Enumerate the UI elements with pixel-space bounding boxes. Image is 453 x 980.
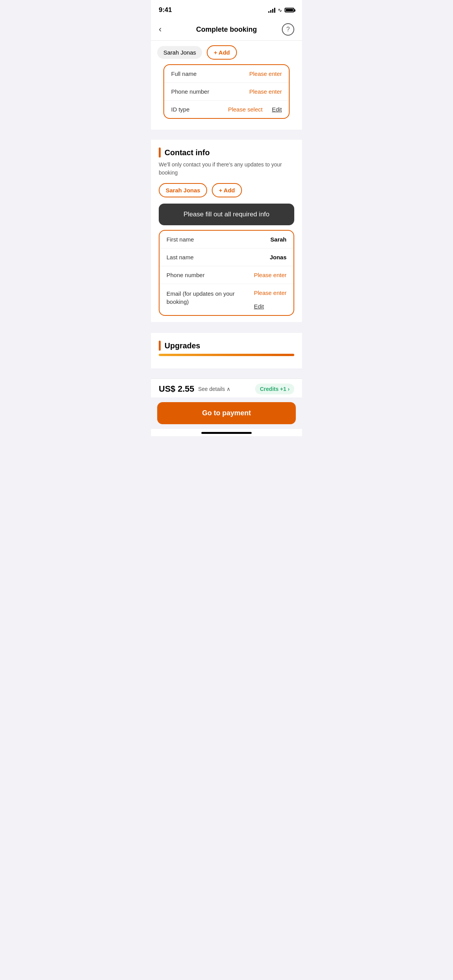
email-value[interactable]: Please enter [254,290,287,296]
signal-icon [268,7,275,13]
first-name-row: First name Sarah [160,231,293,248]
email-label: Email (for updates on your booking) [166,290,236,306]
price-amount: US$ 2.55 [159,384,194,394]
passenger-tab-sarah[interactable]: Sarah Jonas [157,46,202,59]
id-type-row: ID type Please select Edit [164,101,289,118]
id-type-edit[interactable]: Edit [272,106,282,113]
phone-value[interactable]: Please enter [249,88,282,95]
email-row: Email (for updates on your booking) Plea… [160,284,293,315]
upgrades-section-header: Upgrades [159,341,294,351]
last-name-value[interactable]: Jonas [270,254,287,260]
see-details-button[interactable]: See details ∧ [198,386,230,392]
passenger-tab-add[interactable]: + Add [207,45,237,60]
contact-phone-label: Phone number [166,272,204,278]
upgrades-section: Upgrades [151,333,302,368]
wifi-icon: ∿ [278,7,282,13]
toast-message: Please fill out all required info [159,204,294,225]
passenger-tab-row: Sarah Jonas + Add [157,45,296,64]
contact-info-section: Contact info We'll only contact you if t… [151,140,302,322]
upgrades-banner [159,354,294,356]
chevron-up-icon: ∧ [226,386,230,392]
id-type-value[interactable]: Please select [228,106,263,113]
first-name-value[interactable]: Sarah [270,236,287,243]
page-title: Complete booking [196,26,257,34]
full-name-value[interactable]: Please enter [249,70,282,77]
contact-section-title: Contact info [165,148,210,157]
section-divider-1 [151,133,302,137]
contact-edit[interactable]: Edit [254,303,264,310]
contact-phone-row: Phone number Please enter [160,266,293,284]
go-to-payment-button[interactable]: Go to payment [157,402,296,424]
contact-tab-area: Sarah Jonas + Add Please fill out all re… [159,183,294,225]
full-name-label: Full name [171,70,197,77]
status-bar: 9:41 ∿ [151,0,302,19]
last-name-row: Last name Jonas [160,248,293,266]
first-name-label: First name [166,236,194,243]
contact-tab-row: Sarah Jonas + Add [159,183,294,204]
section-divider-3 [151,372,302,375]
battery-icon [285,8,294,12]
last-name-label: Last name [166,254,194,260]
passenger-card: Full name Please enter Phone number Plea… [163,64,290,119]
price-area: US$ 2.55 See details ∧ [159,384,230,394]
help-button[interactable]: ? [282,23,294,36]
bottom-price-bar: US$ 2.55 See details ∧ Credits +1 › [151,379,302,397]
home-indicator [151,429,302,436]
contact-section-subtitle: We'll only contact you if there's any up… [159,161,294,177]
upgrades-accent [159,341,161,351]
header: ‹ Complete booking ? [151,19,302,41]
contact-tab-add[interactable]: + Add [212,183,242,197]
credits-chevron-icon: › [288,386,290,392]
contact-section-header: Contact info [159,147,294,158]
upgrades-title: Upgrades [165,341,200,350]
phone-label: Phone number [171,88,209,95]
section-divider-2 [151,325,302,329]
phone-row: Phone number Please enter [164,83,289,101]
contact-phone-value[interactable]: Please enter [254,272,287,278]
status-icons: ∿ [268,7,294,13]
status-time: 9:41 [159,6,172,14]
home-bar [201,432,252,434]
credits-button[interactable]: Credits +1 › [255,384,294,394]
contact-tab-sarah[interactable]: Sarah Jonas [159,183,207,197]
contact-form-card: First name Sarah Last name Jonas Phone n… [159,230,294,316]
id-type-label: ID type [171,106,190,113]
full-name-row: Full name Please enter [164,65,289,83]
back-button[interactable]: ‹ [159,24,171,34]
section-accent [159,147,161,158]
